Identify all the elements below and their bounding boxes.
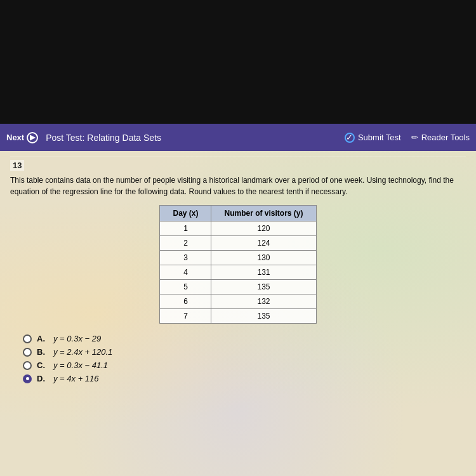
- table-row: 3130: [160, 251, 316, 265]
- option-row[interactable]: A.y = 0.3x − 29: [23, 334, 466, 343]
- visitors-cell: 135: [211, 309, 316, 324]
- data-table-container: Day (x) Number of visitors (y) 112021243…: [10, 205, 466, 324]
- submit-label: Submit Test: [358, 133, 401, 142]
- table-row: 7135: [160, 309, 316, 324]
- divider: [10, 156, 466, 157]
- table-row: 1120: [160, 221, 316, 236]
- next-button[interactable]: Next ▶: [6, 132, 38, 143]
- day-cell: 6: [160, 294, 211, 309]
- question-text: This table contains data on the number o…: [10, 175, 454, 197]
- option-equation: y = 0.3x − 41.1: [53, 360, 108, 370]
- option-radio-a[interactable]: [23, 334, 32, 343]
- option-row[interactable]: C.y = 0.3x − 41.1: [23, 360, 466, 370]
- day-cell: 5: [160, 280, 211, 294]
- visitors-cell: 131: [211, 265, 316, 280]
- reader-tools-button[interactable]: ✏ Reader Tools: [411, 133, 470, 142]
- option-equation: y = 4x + 116: [53, 374, 99, 383]
- day-cell: 7: [160, 309, 211, 324]
- option-row[interactable]: B.y = 2.4x + 120.1: [23, 347, 466, 357]
- next-arrow-icon: ▶: [27, 132, 38, 143]
- visitors-cell: 132: [211, 294, 316, 309]
- question-number: 13: [10, 160, 24, 171]
- table-row: 4131: [160, 265, 316, 280]
- submit-icon: ✓: [345, 133, 355, 143]
- option-equation: y = 0.3x − 29: [53, 334, 101, 343]
- option-row[interactable]: D.y = 4x + 116: [23, 374, 466, 383]
- visitors-cell: 130: [211, 251, 316, 265]
- option-equation: y = 2.4x + 120.1: [53, 347, 112, 357]
- option-radio-b[interactable]: [23, 348, 32, 357]
- option-label: C.: [37, 360, 48, 370]
- day-cell: 1: [160, 221, 211, 236]
- table-row: 6132: [160, 294, 316, 309]
- next-label: Next: [6, 133, 24, 142]
- nav-right-actions: ✓ Submit Test ✏ Reader Tools: [345, 133, 470, 143]
- table-row: 5135: [160, 280, 316, 294]
- option-radio-c[interactable]: [23, 361, 32, 370]
- col2-header: Number of visitors (y): [211, 206, 316, 221]
- table-row: 2124: [160, 236, 316, 251]
- submit-test-button[interactable]: ✓ Submit Test: [345, 133, 401, 143]
- nav-bar: Next ▶ Post Test: Relating Data Sets ✓ S…: [0, 124, 476, 151]
- visitors-cell: 135: [211, 280, 316, 294]
- option-label: A.: [37, 334, 48, 343]
- page-title: Post Test: Relating Data Sets: [46, 133, 340, 143]
- option-radio-d[interactable]: [23, 374, 32, 383]
- visitors-cell: 120: [211, 221, 316, 236]
- content-area: 13 This table contains data on the numbe…: [0, 151, 476, 476]
- top-black-bar: [0, 0, 476, 124]
- visitors-cell: 124: [211, 236, 316, 251]
- reader-label: Reader Tools: [421, 133, 470, 142]
- day-cell: 2: [160, 236, 211, 251]
- day-cell: 4: [160, 265, 211, 280]
- col1-header: Day (x): [160, 206, 211, 221]
- option-label: D.: [37, 374, 48, 383]
- data-table: Day (x) Number of visitors (y) 112021243…: [159, 205, 316, 324]
- answer-options: A.y = 0.3x − 29B.y = 2.4x + 120.1C.y = 0…: [23, 334, 466, 383]
- reader-icon: ✏: [411, 133, 418, 142]
- day-cell: 3: [160, 251, 211, 265]
- option-label: B.: [37, 347, 48, 357]
